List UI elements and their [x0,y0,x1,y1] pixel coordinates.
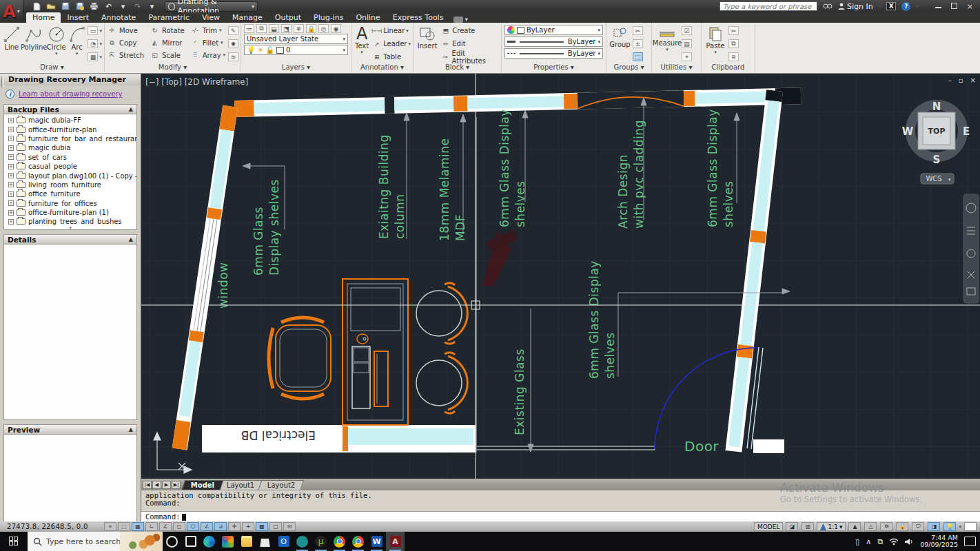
viewport-controls[interactable]: [−] [Top] [2D Wireframe] [145,77,248,87]
open-file-button[interactable] [45,1,57,11]
drawing-recovery-link[interactable]: Learn about drawing recovery [19,90,122,98]
tray-app-icon[interactable]: ▯ [855,537,859,546]
paste-special-tool[interactable]: ⧈ [728,52,739,61]
autoscale-icon[interactable]: △ [864,522,877,531]
osnap-toggle[interactable]: ◻ [173,522,185,531]
text-tool[interactable]: A Text▾ [354,24,370,63]
toolbar-lock-icon[interactable]: 🔓 [896,522,908,531]
drawing-area[interactable]: 6mm Glass Display shelves window Exiaitn… [141,74,980,479]
ellipse-tool[interactable]: ◔ [88,39,98,48]
tab-layout2[interactable]: Layout2 [258,480,304,490]
status-bulb-icon[interactable]: 💡 [943,522,956,531]
rectangle-tool[interactable]: ▭ [88,26,98,35]
speaker-icon[interactable] [905,538,914,545]
clock[interactable]: 7:44 AM09/09/2025 [920,534,958,549]
quickprops-toggle[interactable]: ▢ [269,522,282,531]
new-file-button[interactable] [30,1,42,11]
help-dropdown[interactable]: ▾ [916,3,919,9]
arc-tool[interactable]: Arc▾ [68,24,87,63]
prev-tab-icon[interactable]: ◀ [152,481,161,489]
layer-state-dropdown[interactable]: Unsaved Layer State▾ [244,34,348,44]
edge-icon[interactable] [200,532,218,551]
exchange-apps-icon[interactable]: X [886,2,896,10]
panel-block-footer[interactable]: Block ▾ [414,63,501,72]
action-center-icon[interactable] [964,537,976,546]
copy-clip-tool[interactable]: ⧉ [728,39,739,48]
create-block-tool[interactable]: ⬒Create [440,25,499,37]
stretch-tool[interactable]: ⇱Stretch [107,51,145,60]
photos-icon[interactable] [218,532,237,551]
backup-item[interactable]: +set_of_cars [4,153,136,162]
taskbar-search[interactable]: Type here to search [28,532,163,551]
tab-manage[interactable]: Manage [226,12,269,23]
workspace-gear-icon[interactable]: ⚙ [880,522,892,531]
navigation-bar[interactable] [963,194,979,303]
undo-dropdown[interactable]: ▾ [117,1,129,11]
panel-properties-footer[interactable]: Properties ▾ [502,63,606,72]
clean-screen-toggle[interactable] [964,522,977,531]
tray-window-icon[interactable]: ⧉ [877,537,883,546]
doc-close-button[interactable]: × [970,76,976,84]
layer-prev-icon[interactable]: ⬓ [269,24,279,33]
linear-dimension-tool[interactable]: ⊢⊣Linear▾ [371,25,411,37]
sign-in-button[interactable]: Sign In [838,2,873,11]
save-as-button[interactable] [74,1,85,11]
tab-view[interactable]: View [196,12,226,23]
layer-match-icon[interactable]: ⧉ [256,24,267,33]
tray-expand-icon[interactable]: ∧ [866,537,871,546]
tab-insert[interactable]: Insert [61,12,95,23]
tab-home[interactable]: Home [26,12,61,23]
tab-output[interactable]: Output [269,12,307,23]
id-point-tool[interactable]: ⌖ [682,52,692,61]
layout-nav-buttons[interactable]: |◀ ◀ ▶ ▶| [143,481,181,489]
tab-plugins[interactable]: Plug-ins [307,12,349,23]
minimize-button[interactable] [935,3,941,8]
panel-utilities-footer[interactable]: Utilities ▾ [652,63,701,72]
backup-item[interactable]: +office-furniture-plan [4,125,136,134]
quick-select-tool[interactable]: ☑ [682,26,692,35]
search-highlight-image[interactable] [120,532,163,551]
search-binoculars-icon[interactable] [823,3,833,10]
doc-restore-button[interactable]: ▫ [959,76,963,84]
backup-item[interactable]: +living_room_furniture [4,180,136,189]
otrack-toggle[interactable]: ∠ [201,522,213,531]
workspace-switcher[interactable]: Drafting & Annotation ▾ [165,1,258,12]
move-tool[interactable]: ✛Move [107,26,145,35]
panel-groups-footer[interactable]: Groups ▾ [606,63,651,72]
layer-off-icon[interactable]: ◎ [318,24,329,33]
wifi-icon[interactable] [889,538,899,545]
backup-files-header[interactable]: Backup Files▲ [3,104,137,114]
help-icon[interactable]: ? [901,2,910,11]
first-tab-icon[interactable]: |◀ [143,481,152,489]
store-icon[interactable] [256,532,274,551]
ribbon-display-toggle[interactable]: ▾ [453,16,468,23]
tab-annotate[interactable]: Annotate [95,12,142,23]
layer-properties-icon[interactable]: ≔ [244,24,254,33]
chrome-profile2-icon[interactable] [349,532,367,551]
measure-tool[interactable]: Measure▾ [654,24,680,63]
command-input[interactable]: Command: [141,511,980,521]
object-color-dropdown[interactable]: ByLayer▾ [504,25,603,35]
selectioncycling-toggle[interactable]: ⊡ [283,522,296,531]
status-menu-arrow[interactable]: ▾ [959,524,961,530]
start-button[interactable] [0,537,28,546]
chrome-icon[interactable] [330,532,349,551]
leader-tool[interactable]: ↗Leader▾ [371,39,411,50]
transparency-toggle[interactable]: ▩ [256,522,268,531]
isolate-objects-icon[interactable]: ◨ [928,522,940,531]
next-tab-icon[interactable]: ▶ [162,481,171,489]
save-button[interactable] [59,1,71,11]
layer-on-icon[interactable]: ◉ [331,24,341,33]
layout-quickview-icon[interactable]: ◪ [786,522,798,531]
annotation-scale-button[interactable]: 1:1 ▾ [817,522,846,531]
panel-layers-footer[interactable]: Layers ▾ [241,63,351,72]
backup-item[interactable]: +magic dubia [4,143,136,152]
word-icon[interactable]: W [367,532,386,551]
autocad-logo-button[interactable]: A ▾ [0,0,23,23]
drawing-canvas[interactable]: 6mm Glass Display shelves window Exiaitn… [141,74,980,479]
group-selection-toggle[interactable]: ⬚ [633,52,643,61]
ungroup-tool[interactable]: ✂ [633,26,643,35]
restore-button[interactable] [951,3,957,9]
undo-button[interactable]: ↶ [103,1,114,11]
drawing-quickview-icon[interactable]: ▥ [802,522,814,531]
